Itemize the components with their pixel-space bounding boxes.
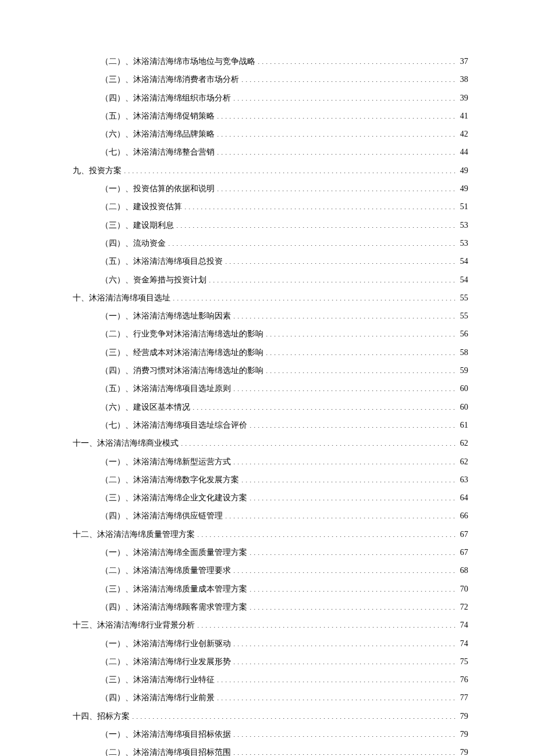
toc-entry: 十四、招标方案79	[73, 710, 468, 722]
toc-entry-title: （三）、沐浴清洁海绵质量成本管理方案	[101, 583, 247, 595]
toc-entry: 十、沐浴清洁海绵项目选址55	[73, 292, 468, 304]
toc-entry-title: （三）、沐浴清洁海绵企业文化建设方案	[101, 492, 247, 504]
toc-leader-dots	[233, 383, 455, 391]
toc-entry-page: 49	[458, 164, 468, 177]
toc-entry: （一）、投资估算的依据和说明49	[73, 182, 468, 195]
toc-entry: （四）、沐浴清洁海绵行业前景77	[73, 691, 468, 704]
toc-leader-dots	[217, 674, 455, 682]
toc-entry: （二）、行业竞争对沐浴清洁海绵选址的影响56	[73, 328, 468, 340]
toc-entry-title: （四）、沐浴清洁海绵行业前景	[101, 691, 215, 704]
toc-entry-page: 60	[458, 401, 468, 413]
toc-entry: （二）、沐浴清洁海绵质量管理要求68	[73, 564, 468, 576]
toc-entry-title: （一）、沐浴清洁海绵全面质量管理方案	[101, 546, 247, 558]
toc-leader-dots	[241, 474, 455, 482]
toc-entry-page: 64	[458, 492, 468, 504]
toc-entry: （六）、资金筹措与投资计划54	[73, 274, 468, 286]
toc-entry-title: 十三、沐浴清洁海绵行业背景分析	[73, 619, 195, 631]
toc-entry: （三）、沐浴清洁海绵企业文化建设方案64	[73, 492, 468, 504]
toc-entry-page: 79	[458, 728, 468, 740]
toc-entry-title: （一）、沐浴清洁海绵项目招标依据	[101, 728, 231, 740]
toc-entry: （二）、沐浴清洁海绵数字化发展方案63	[73, 474, 468, 486]
toc-entry-title: （六）、沐浴清洁海绵品牌策略	[101, 128, 215, 140]
toc-entry: （四）、沐浴清洁海绵顾客需求管理方案72	[73, 601, 468, 613]
toc-entry: 十一、沐浴清洁海绵商业模式62	[73, 437, 468, 449]
toc-entry-title: （七）、沐浴清洁海绵项目选址综合评价	[101, 419, 247, 431]
toc-entry: 十二、沐浴清洁海绵质量管理方案67	[73, 528, 468, 540]
toc-leader-dots	[197, 619, 455, 628]
toc-entry: （三）、沐浴清洁海绵消费者市场分析38	[73, 73, 468, 85]
toc-leader-dots	[233, 638, 455, 646]
toc-leader-dots	[217, 110, 455, 119]
toc-entry: （七）、沐浴清洁海绵整合营销44	[73, 146, 468, 158]
toc-entry-title: （五）、沐浴清洁海绵促销策略	[101, 110, 215, 122]
toc-leader-dots	[233, 456, 455, 464]
toc-entry-title: （一）、沐浴清洁海绵新型运营方式	[101, 456, 231, 468]
toc-entry-page: 42	[458, 128, 468, 140]
toc-entry: （四）、消费习惯对沐浴清洁海绵选址的影响59	[73, 364, 468, 377]
toc-entry-title: 十、沐浴清洁海绵项目选址	[73, 292, 170, 304]
toc-entry: （七）、沐浴清洁海绵项目选址综合评价61	[73, 419, 468, 431]
toc-leader-dots	[249, 492, 455, 500]
toc-entry-page: 75	[458, 655, 468, 668]
toc-entry-page: 53	[458, 219, 468, 231]
toc-leader-dots	[132, 711, 455, 719]
toc-leader-dots	[266, 347, 455, 355]
toc-entry-title: （一）、投资估算的依据和说明	[101, 182, 215, 195]
toc-entry: （二）、沐浴清洁海绵行业发展形势75	[73, 655, 468, 668]
toc-entry-title: 十四、招标方案	[73, 710, 130, 722]
toc-entry-title: （二）、沐浴清洁海绵质量管理要求	[101, 564, 231, 576]
toc-leader-dots	[225, 510, 455, 518]
toc-leader-dots	[233, 92, 455, 101]
toc-entry-page: 38	[458, 73, 468, 85]
toc-leader-dots	[241, 74, 455, 82]
toc-entry-title: （二）、沐浴清洁海绵项目招标范围	[101, 746, 231, 756]
toc-leader-dots	[217, 128, 455, 137]
toc-entry-title: （一）、沐浴清洁海绵行业创新驱动	[101, 637, 231, 650]
toc-entry-page: 59	[458, 364, 468, 377]
toc-leader-dots	[233, 310, 455, 318]
toc-entry: （二）、沐浴清洁海绵项目招标范围79	[73, 746, 468, 756]
toc-leader-dots	[249, 420, 455, 428]
toc-entry-page: 72	[458, 601, 468, 613]
toc-leader-dots	[249, 583, 455, 592]
toc-entry-page: 54	[458, 274, 468, 286]
toc-leader-dots	[233, 565, 455, 573]
toc-entry-page: 66	[458, 510, 468, 522]
toc-entry-page: 60	[458, 382, 468, 395]
toc-entry-title: （二）、行业竞争对沐浴清洁海绵选址的影响	[101, 328, 263, 340]
toc-entry: （三）、沐浴清洁海绵质量成本管理方案70	[73, 583, 468, 595]
toc-entry: （一）、沐浴清洁海绵项目招标依据79	[73, 728, 468, 740]
toc-leader-dots	[173, 292, 455, 300]
toc-entry: （六）、沐浴清洁海绵品牌策略42	[73, 128, 468, 140]
toc-entry-title: （六）、建设区基本情况	[101, 401, 190, 413]
toc-leader-dots	[258, 56, 455, 64]
toc-entry-page: 62	[458, 456, 468, 468]
toc-entry-title: （三）、沐浴清洁海绵行业特征	[101, 673, 215, 686]
toc-entry: （一）、沐浴清洁海绵新型运营方式62	[73, 456, 468, 468]
toc-entry-page: 54	[458, 255, 468, 267]
toc-entry-page: 53	[458, 237, 468, 249]
toc-entry-title: （六）、资金筹措与投资计划	[101, 274, 206, 286]
table-of-contents: （二）、沐浴清洁海绵市场地位与竞争战略37（三）、沐浴清洁海绵消费者市场分析38…	[73, 55, 468, 756]
toc-entry-title: （五）、沐浴清洁海绵项目选址原则	[101, 382, 231, 395]
toc-entry-title: （二）、沐浴清洁海绵行业发展形势	[101, 655, 231, 668]
toc-leader-dots	[197, 529, 455, 537]
toc-entry-page: 74	[458, 637, 468, 650]
toc-entry: （四）、流动资金53	[73, 237, 468, 249]
toc-entry-page: 58	[458, 346, 468, 359]
toc-leader-dots	[266, 365, 455, 373]
toc-entry-title: （一）、沐浴清洁海绵选址影响因素	[101, 310, 231, 322]
toc-entry-page: 55	[458, 310, 468, 322]
toc-entry: （四）、沐浴清洁海绵组织市场分析39	[73, 92, 468, 104]
toc-entry-title: （二）、沐浴清洁海绵市场地位与竞争战略	[101, 55, 255, 67]
toc-leader-dots	[209, 274, 455, 282]
toc-entry: 九、投资方案49	[73, 164, 468, 177]
toc-entry-title: （五）、沐浴清洁海绵项目总投资	[101, 255, 223, 267]
toc-leader-dots	[168, 238, 455, 246]
toc-entry-title: 九、投资方案	[73, 164, 122, 177]
toc-entry: （四）、沐浴清洁海绵供应链管理66	[73, 510, 468, 522]
toc-leader-dots	[249, 547, 455, 555]
toc-entry-title: （二）、沐浴清洁海绵数字化发展方案	[101, 474, 239, 486]
toc-entry-page: 63	[458, 474, 468, 486]
toc-entry-title: （三）、沐浴清洁海绵消费者市场分析	[101, 73, 239, 85]
